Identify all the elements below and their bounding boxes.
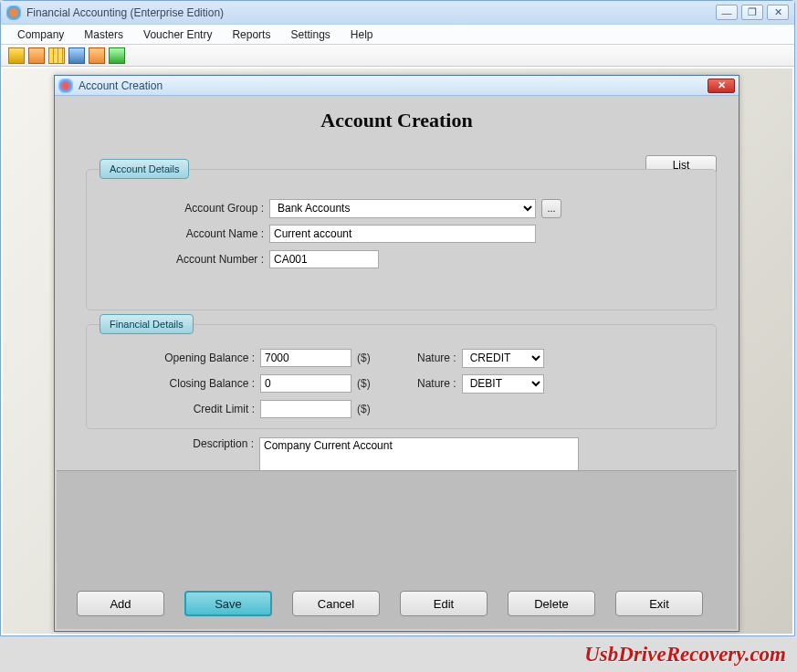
account-name-label: Account Name : — [151, 227, 269, 240]
toolbar-edit-icon[interactable] — [28, 47, 45, 64]
credit-limit-currency: ($) — [357, 403, 371, 415]
edit-button[interactable]: Edit — [400, 591, 488, 616]
titlebar: Financial Accounting (Enterprise Edition… — [1, 1, 794, 25]
toolbar-calendar-icon[interactable] — [48, 47, 65, 64]
watermark-text: UsbDriveRecovery.com — [584, 643, 786, 667]
financial-details-fieldset: Financial Details Opening Balance : ($) … — [86, 324, 717, 429]
menu-masters[interactable]: Masters — [75, 26, 132, 43]
menu-company[interactable]: Company — [8, 26, 73, 43]
financial-details-legend: Financial Details — [100, 314, 194, 334]
window-title: Financial Accounting (Enterprise Edition… — [26, 6, 716, 19]
toolbar-ledger-icon[interactable] — [68, 47, 85, 64]
delete-button[interactable]: Delete — [508, 591, 595, 616]
toolbar — [1, 45, 794, 67]
nature-closing-select[interactable]: DEBIT — [462, 374, 544, 394]
app-icon — [6, 5, 21, 20]
account-number-input[interactable] — [269, 250, 379, 268]
account-creation-dialog: Account Creation ✕ Account Creation List… — [54, 75, 739, 632]
account-name-input[interactable] — [269, 225, 536, 243]
closing-balance-label: Closing Balance : — [142, 377, 260, 390]
closing-balance-input[interactable] — [260, 374, 351, 393]
nature-opening-select[interactable]: CREDIT — [462, 349, 544, 368]
dialog-title-text: Account Creation — [79, 79, 708, 92]
closing-currency: ($) — [357, 377, 371, 390]
save-button[interactable]: Save — [184, 591, 272, 616]
opening-balance-label: Opening Balance : — [142, 352, 260, 364]
menu-settings[interactable]: Settings — [281, 26, 339, 43]
menu-reports[interactable]: Reports — [223, 26, 279, 43]
credit-limit-input[interactable] — [260, 400, 351, 418]
dialog-titlebar: Account Creation ✕ — [55, 76, 739, 96]
toolbar-report-icon[interactable] — [109, 47, 125, 64]
account-group-browse-button[interactable]: ... — [541, 199, 561, 218]
account-details-fieldset: Account Details Account Group : Bank Acc… — [86, 169, 717, 310]
opening-currency: ($) — [357, 352, 371, 364]
minimize-button[interactable]: — — [716, 5, 738, 20]
opening-balance-input[interactable] — [260, 349, 351, 367]
menu-voucher-entry[interactable]: Voucher Entry — [134, 26, 221, 43]
dialog-body: Account Creation List Account Details Ac… — [55, 96, 739, 631]
maximize-button[interactable]: ❐ — [741, 5, 763, 20]
menu-help[interactable]: Help — [341, 26, 383, 43]
nature-closing-label: Nature : — [398, 377, 462, 390]
account-group-label: Account Group : — [151, 202, 269, 215]
account-details-legend: Account Details — [100, 159, 189, 179]
add-button[interactable]: Add — [77, 591, 164, 616]
credit-limit-label: Credit Limit : — [142, 403, 260, 415]
account-group-select[interactable]: Bank Accounts — [269, 199, 536, 218]
dialog-icon — [58, 79, 73, 93]
toolbar-tag-icon[interactable] — [89, 47, 105, 64]
account-number-label: Account Number : — [151, 253, 269, 266]
dialog-heading: Account Creation — [55, 96, 739, 142]
menubar: Company Masters Voucher Entry Reports Se… — [1, 25, 794, 45]
dialog-close-button[interactable]: ✕ — [708, 79, 735, 93]
cancel-button[interactable]: Cancel — [292, 591, 380, 616]
toolbar-open-icon[interactable] — [8, 47, 25, 64]
exit-button[interactable]: Exit — [615, 591, 703, 616]
nature-opening-label: Nature : — [398, 352, 462, 364]
close-window-button[interactable]: ✕ — [767, 5, 789, 20]
dialog-button-bar: Add Save Cancel Edit Delete Exit — [57, 470, 737, 629]
